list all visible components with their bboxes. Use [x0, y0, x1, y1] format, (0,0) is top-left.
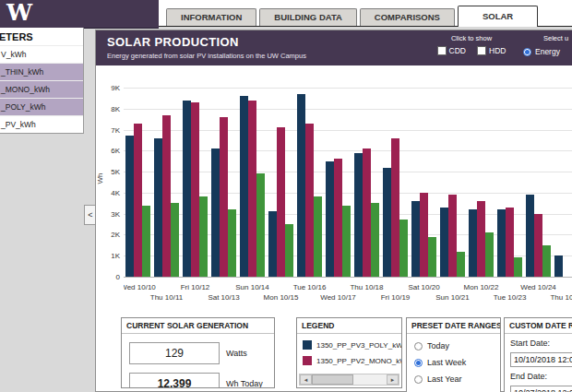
bar[interactable] — [199, 196, 208, 277]
bar[interactable] — [440, 208, 448, 277]
bar[interactable] — [342, 206, 351, 277]
preset-option-label: Last Week — [427, 358, 466, 367]
bar[interactable] — [256, 173, 265, 277]
preset-option-today[interactable]: Today — [414, 341, 500, 350]
scrollbar-thumb[interactable] — [312, 374, 353, 385]
legend-swatch — [303, 356, 312, 365]
bar[interactable] — [534, 214, 542, 277]
tabs-container: INFORMATIONBUILDING DATACOMPARISONSSOLAR — [166, 5, 538, 26]
sidebar-item-_thin_kwh[interactable]: _THIN_kWh — [0, 63, 83, 80]
scroll-left-icon[interactable]: ◂ — [300, 374, 312, 385]
sidebar-item-_pv_kwh[interactable]: _PV_kWh — [0, 115, 83, 133]
bar[interactable] — [191, 102, 199, 277]
wh-today-label: Wh Today — [226, 379, 263, 388]
bar-group — [152, 88, 181, 277]
start-date-input[interactable] — [510, 352, 572, 367]
bar[interactable] — [248, 101, 256, 277]
bar[interactable] — [134, 124, 142, 277]
bar[interactable] — [391, 138, 399, 277]
bar[interactable] — [399, 220, 408, 277]
bar[interactable] — [506, 208, 514, 277]
bar[interactable] — [211, 148, 220, 277]
sidebar-item-_poly_kwh[interactable]: _POLY_kWh — [0, 98, 83, 115]
bar[interactable] — [268, 211, 277, 277]
preset-option-label: Today — [427, 341, 449, 350]
end-date-input[interactable] — [510, 386, 572, 392]
bar[interactable] — [554, 255, 563, 277]
x-tick-label: Thu 10/18 — [350, 283, 383, 291]
energy-radio[interactable]: Energy — [523, 47, 560, 56]
bar[interactable] — [183, 101, 191, 277]
sidebar-item-v_kwh[interactable]: V_kWh — [0, 45, 83, 63]
energy-radio-icon[interactable] — [523, 48, 531, 56]
tab-comparisons[interactable]: COMPARISONS — [360, 8, 455, 26]
tab-information[interactable]: INFORMATION — [166, 8, 256, 26]
hdd-checkbox-box[interactable] — [477, 46, 486, 55]
bar[interactable] — [448, 195, 457, 277]
cdd-checkbox[interactable]: CDD — [437, 46, 466, 55]
bar[interactable] — [457, 252, 465, 277]
x-tick-label: Sat 10/20 — [408, 283, 439, 291]
bar-group — [209, 88, 238, 277]
bar[interactable] — [526, 195, 534, 277]
radio-icon[interactable] — [414, 342, 423, 350]
bar[interactable] — [240, 96, 248, 277]
bar[interactable] — [477, 201, 485, 277]
radio-icon[interactable] — [414, 375, 423, 384]
x-tick-label: Sun 10/21 — [435, 293, 469, 302]
bar[interactable] — [485, 232, 494, 277]
x-tick-label: Wed 10/24 — [520, 283, 556, 291]
legend-scrollbar[interactable]: ◂ ▸ — [299, 374, 399, 386]
preset-option-last-week[interactable]: Last Week — [414, 358, 500, 367]
main-tabbar: INFORMATIONBUILDING DATACOMPARISONSSOLAR — [159, 0, 572, 27]
bar[interactable] — [125, 136, 134, 277]
preset-title: PRESET DATE RANGES — [407, 318, 500, 334]
bar[interactable] — [220, 117, 228, 277]
bar[interactable] — [305, 124, 314, 277]
plot-area — [124, 88, 572, 278]
hdd-checkbox[interactable]: HDD — [477, 46, 506, 55]
bar[interactable] — [171, 203, 179, 277]
bar[interactable] — [363, 148, 371, 277]
x-tick-label: Sat 10/13 — [208, 293, 239, 302]
bar[interactable] — [162, 115, 171, 277]
cdd-checkbox-label: CDD — [449, 46, 466, 55]
custom-date-range-box: CUSTOM DATE RANGE Start Date: End Date: — [504, 317, 572, 392]
bar-chart: Wh Wed 10/10Thu 10/11Fri 10/12Sat 10/13S… — [96, 65, 572, 315]
tab-building-data[interactable]: BUILDING DATA — [259, 8, 357, 26]
bar[interactable] — [334, 159, 342, 277]
watts-value: 129 — [129, 342, 220, 364]
bar[interactable] — [142, 206, 150, 277]
bar[interactable] — [542, 245, 551, 277]
preset-options: TodayLast WeekLast Year — [407, 341, 500, 384]
bar[interactable] — [297, 94, 305, 277]
bar[interactable] — [277, 127, 285, 277]
sidebar-item-_mono_kwh[interactable]: _MONO_kWh — [0, 80, 83, 98]
scroll-right-icon[interactable]: ▸ — [387, 374, 399, 385]
bar[interactable] — [154, 138, 162, 277]
bar[interactable] — [354, 153, 363, 277]
custom-title: CUSTOM DATE RANGE — [505, 318, 572, 334]
bar[interactable] — [514, 257, 522, 277]
radio-icon[interactable] — [414, 359, 423, 367]
bar[interactable] — [228, 209, 236, 277]
x-tick-label: Tue 10/16 — [293, 283, 327, 291]
bar[interactable] — [285, 224, 293, 277]
x-tick-label: Mon 10/22 — [464, 283, 499, 291]
bar[interactable] — [383, 168, 391, 277]
bar[interactable] — [314, 196, 322, 277]
bar[interactable] — [497, 209, 506, 277]
bar[interactable] — [326, 161, 334, 277]
bar[interactable] — [371, 203, 379, 277]
bar[interactable] — [420, 193, 428, 277]
x-tick-label: Tue 10/23 — [494, 293, 527, 302]
tab-solar[interactable]: SOLAR — [458, 6, 538, 27]
bar-group — [553, 88, 572, 277]
bar[interactable] — [428, 237, 436, 277]
legend-item: 1350_PP_PV3_POLY_kWH — [303, 340, 396, 350]
preset-option-last-year[interactable]: Last Year — [414, 374, 500, 384]
bar-group — [238, 88, 267, 277]
bar[interactable] — [469, 209, 477, 277]
bar[interactable] — [411, 201, 420, 277]
cdd-checkbox-box[interactable] — [437, 46, 447, 55]
